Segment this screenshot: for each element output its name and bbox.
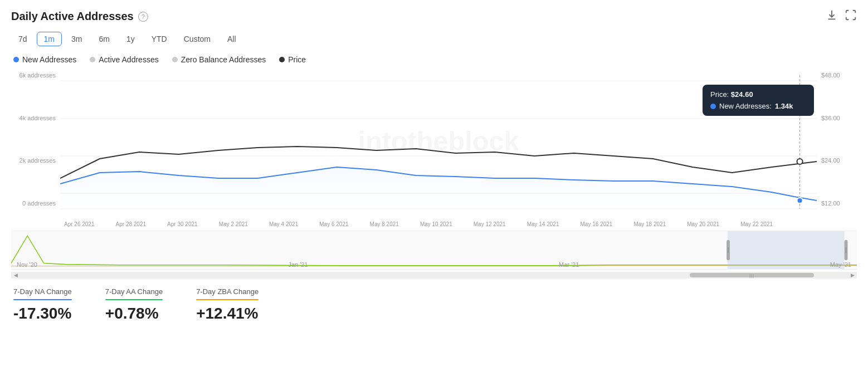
stat-aa-label: 7-Day AA Change: [105, 287, 163, 296]
legend-label-zero: Zero Balance Addresses: [181, 55, 266, 64]
scroll-left-arrow[interactable]: ◀: [11, 272, 20, 278]
x-label-12: May 20 2021: [687, 221, 719, 227]
x-axis-labels: Apr 26 2021 Apr 28 2021 Apr 30 2021 May …: [11, 221, 857, 227]
x-label-3: May 2 2021: [219, 221, 248, 227]
y-axis-right: $48.00 $36.00 $24.00 $12.00: [817, 70, 857, 220]
x-label-13: May 22 2021: [740, 221, 773, 227]
x-label-4: May 4 2021: [269, 221, 298, 227]
new-addresses-fill: [60, 167, 817, 209]
x-label-9: May 14 2021: [527, 221, 559, 227]
stat-zba-change: 7-Day ZBA Change +12.41%: [196, 287, 259, 322]
y-label-48: $48.00: [821, 72, 857, 79]
stat-zba-label: 7-Day ZBA Change: [196, 287, 259, 296]
x-label-7: May 10 2021: [420, 221, 452, 227]
filter-1m[interactable]: 1m: [37, 32, 62, 46]
filter-ytd[interactable]: YTD: [144, 32, 174, 46]
stat-zba-underline: [196, 299, 259, 300]
chart-svg-area: intotheblock Price: $24.60: [60, 70, 817, 220]
legend-dot-active: [90, 57, 95, 62]
legend-dot-new: [13, 57, 19, 62]
main-chart-svg: intotheblock: [60, 70, 817, 220]
scroll-right-arrow[interactable]: ▶: [848, 272, 857, 278]
stat-na-change: 7-Day NA Change -17.30%: [13, 287, 72, 322]
main-container: Daily Active Addresses ? 7d 1m 3m 6m 1y …: [0, 0, 868, 391]
legend-label-active: Active Addresses: [99, 55, 158, 64]
scrollbar[interactable]: ◀ ||| ▶: [11, 272, 857, 278]
y-label-4k: 4k addresses: [11, 115, 56, 121]
legend-new-addresses: New Addresses: [13, 55, 76, 64]
x-label-6: May 8 2021: [370, 221, 399, 227]
stat-na-value: -17.30%: [13, 305, 72, 322]
x-label-2: Apr 30 2021: [167, 221, 198, 227]
x-label-11: May 18 2021: [633, 221, 666, 227]
x-label-0: Apr 26 2021: [64, 221, 95, 227]
legend-dot-price: [279, 57, 285, 62]
y-label-6k: 6k addresses: [11, 72, 56, 79]
y-label-24: $24.00: [821, 157, 857, 164]
download-button[interactable]: [826, 9, 838, 24]
y-axis-left: 6k addresses 4k addresses 2k addresses 0…: [11, 70, 60, 220]
stat-na-underline: [13, 299, 72, 300]
minimap-selection-rect: [728, 231, 844, 269]
x-label-8: May 12 2021: [474, 221, 506, 227]
header: Daily Active Addresses ?: [11, 9, 857, 24]
stat-na-label: 7-Day NA Change: [13, 287, 72, 296]
help-icon[interactable]: ?: [138, 12, 148, 22]
filter-custom[interactable]: Custom: [177, 32, 218, 46]
page-title: Daily Active Addresses: [11, 10, 134, 23]
header-actions: [826, 9, 857, 24]
filter-3m[interactable]: 3m: [64, 32, 89, 46]
price-dot: [797, 159, 803, 164]
filter-1y[interactable]: 1y: [119, 32, 142, 46]
chart-container: 6k addresses 4k addresses 2k addresses 0…: [11, 70, 857, 220]
y-label-36: $36.00: [821, 115, 857, 121]
y-label-2k: 2k addresses: [11, 157, 56, 164]
minimap-svg: [11, 231, 857, 269]
legend-label-price: Price: [288, 55, 306, 64]
expand-button[interactable]: [845, 9, 857, 24]
filter-6m[interactable]: 6m: [91, 32, 116, 46]
new-addr-dot: [797, 198, 803, 203]
filter-all[interactable]: All: [220, 32, 243, 46]
title-row: Daily Active Addresses ?: [11, 10, 148, 23]
stat-aa-change: 7-Day AA Change +0.78%: [105, 287, 163, 322]
stat-aa-underline: [105, 299, 163, 300]
minimap[interactable]: Nov '20 Jan '21 Mar '21 May '21: [11, 231, 857, 270]
filter-7d[interactable]: 7d: [11, 32, 35, 46]
time-filters: 7d 1m 3m 6m 1y YTD Custom All: [11, 32, 857, 46]
legend-price: Price: [279, 55, 306, 64]
y-label-0: 0 addresses: [11, 200, 56, 207]
legend-dot-zero: [172, 57, 178, 62]
x-label-1: Apr 28 2021: [116, 221, 147, 227]
price-line: [60, 146, 817, 178]
stats-row: 7-Day NA Change -17.30% 7-Day AA Change …: [11, 285, 857, 322]
x-label-5: May 6 2021: [319, 221, 348, 227]
x-label-10: May 16 2021: [581, 221, 613, 227]
legend-zero-balance: Zero Balance Addresses: [172, 55, 266, 64]
legend-active-addresses: Active Addresses: [90, 55, 158, 64]
stat-zba-value: +12.41%: [196, 305, 259, 322]
y-label-12: $12.00: [821, 200, 857, 207]
stat-aa-value: +0.78%: [105, 305, 163, 322]
scroll-grip-icon: |||: [749, 273, 754, 278]
legend-label-new: New Addresses: [22, 55, 76, 64]
scroll-thumb[interactable]: |||: [690, 273, 813, 277]
legend: New Addresses Active Addresses Zero Bala…: [11, 55, 857, 64]
